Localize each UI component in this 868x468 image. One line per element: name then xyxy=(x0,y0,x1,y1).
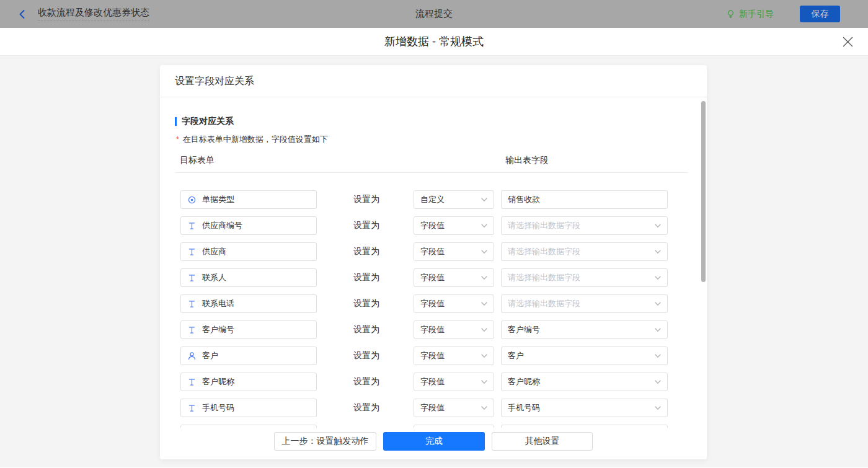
chevron-down-icon xyxy=(481,276,487,280)
chevron-down-icon xyxy=(481,224,487,228)
target-field-box[interactable]: 手机号码 xyxy=(180,399,317,417)
output-value-input[interactable]: 销售收款 xyxy=(501,190,668,209)
output-field-select[interactable]: 客户 xyxy=(501,347,668,365)
target-field-label: 供应商 xyxy=(202,246,226,257)
value-mode-label: 字段值 xyxy=(420,298,477,309)
close-button[interactable] xyxy=(843,37,853,47)
field-mapping-row: 客户编号设置为字段值客户编号 xyxy=(180,320,707,339)
chevron-down-icon xyxy=(481,198,487,202)
flow-title[interactable]: 收款流程及修改优惠券状态 xyxy=(38,7,149,21)
target-field-box[interactable]: 客户 xyxy=(180,347,317,365)
value-mode-select[interactable]: 字段值 xyxy=(414,216,494,235)
panel-header: 设置字段对应关系 xyxy=(160,65,707,97)
output-field-select[interactable]: 请选择输出数据字段 xyxy=(501,242,668,261)
panel-footer: 上一步：设置触发动作 完成 其他设置 xyxy=(160,428,707,459)
value-mode-label: 字段值 xyxy=(420,220,477,231)
value-mode-select[interactable]: 字段值 xyxy=(414,320,494,339)
value-mode-label: 字段值 xyxy=(420,402,477,413)
output-field-label: 请选择输出数据字段 xyxy=(508,220,651,231)
topbar: 收款流程及修改优惠券状态 流程提交 新手引导 保存 xyxy=(0,0,868,28)
value-mode-label: 字段值 xyxy=(420,246,477,257)
chevron-down-icon xyxy=(655,302,661,306)
text-icon xyxy=(187,377,197,387)
set-as-label: 设置为 xyxy=(353,402,379,413)
value-mode-label: 字段值 xyxy=(420,324,477,335)
guide-button[interactable]: 新手引导 xyxy=(726,9,774,20)
field-mapping-row: 联系人设置为字段值请选择输出数据字段 xyxy=(180,268,707,287)
set-as-label: 设置为 xyxy=(353,298,379,309)
panel-content: 字段对应关系 * 在目标表单中新增数据，字段值设置如下 目标表单 输出表字段 单… xyxy=(160,97,707,428)
set-as-label: 设置为 xyxy=(353,272,379,283)
set-as-label: 设置为 xyxy=(353,220,379,231)
section-title: 字段对应关系 xyxy=(182,116,234,127)
output-field-label: 请选择输出数据字段 xyxy=(508,246,651,257)
section-accent-bar xyxy=(175,117,177,126)
target-field-box[interactable]: 单据类型 xyxy=(180,190,317,209)
field-mapping-row: 供应商编号设置为字段值请选择输出数据字段 xyxy=(180,216,707,235)
target-field-box[interactable]: 联系人 xyxy=(180,268,317,287)
field-mapping-row: 手机号码设置为字段值手机号码 xyxy=(180,399,707,417)
target-field-box[interactable]: 供应商编号 xyxy=(180,216,317,235)
value-mode-select[interactable]: 自定义 xyxy=(414,190,494,209)
chevron-down-icon xyxy=(655,406,661,410)
field-mapping-rows: 单据类型设置为自定义销售收款供应商编号设置为字段值请选择输出数据字段供应商设置为… xyxy=(160,190,707,428)
target-field-box[interactable]: 客户编号 xyxy=(180,320,317,339)
output-field-select[interactable]: 客户昵称 xyxy=(501,373,668,391)
chevron-down-icon xyxy=(655,224,661,228)
field-mapping-row: 联系电话设置为字段值请选择输出数据字段 xyxy=(180,294,707,313)
modal-body: 设置字段对应关系 字段对应关系 * 在目标表单中新增数据，字段值设置如下 目标表… xyxy=(0,56,868,467)
text-icon xyxy=(187,299,197,309)
output-field-select[interactable]: 请选择输出数据字段 xyxy=(501,216,668,235)
back-button[interactable] xyxy=(17,9,27,19)
target-field-label: 联系电话 xyxy=(202,298,234,309)
set-as-label: 设置为 xyxy=(353,194,379,205)
chevron-down-icon xyxy=(481,250,487,254)
target-field-label: 单据类型 xyxy=(202,194,234,205)
value-mode-select[interactable]: 字段值 xyxy=(414,242,494,261)
output-field-label: 请选择输出数据字段 xyxy=(508,298,651,309)
value-mode-label: 字段值 xyxy=(420,350,477,361)
target-field-label: 客户昵称 xyxy=(202,376,234,387)
done-button[interactable]: 完成 xyxy=(383,432,485,451)
column-header-target: 目标表单 xyxy=(180,155,505,166)
output-field-select[interactable]: 请选择输出数据字段 xyxy=(501,268,668,287)
output-field-label: 客户 xyxy=(508,350,651,361)
target-field-box[interactable]: 供应商 xyxy=(180,242,317,261)
page-title: 流程提交 xyxy=(415,8,453,20)
column-header-output: 输出表字段 xyxy=(505,155,549,166)
set-as-label: 设置为 xyxy=(353,376,379,387)
set-as-label: 设置为 xyxy=(353,350,379,361)
chevron-down-icon xyxy=(481,302,487,306)
prev-step-button[interactable]: 上一步：设置触发动作 xyxy=(274,432,376,451)
target-field-label: 客户编号 xyxy=(202,324,234,335)
radio-icon xyxy=(187,195,197,205)
value-mode-select[interactable]: 字段值 xyxy=(414,373,494,391)
other-settings-button[interactable]: 其他设置 xyxy=(492,432,593,451)
value-mode-select[interactable]: 字段值 xyxy=(414,399,494,417)
guide-label: 新手引导 xyxy=(739,9,774,20)
save-button[interactable]: 保存 xyxy=(800,6,840,22)
target-field-box[interactable]: 联系电话 xyxy=(180,294,317,313)
output-field-select[interactable]: 手机号码 xyxy=(501,399,668,417)
text-icon xyxy=(187,273,197,283)
target-field-label: 客户 xyxy=(202,350,218,361)
target-field-label: 联系人 xyxy=(202,272,226,283)
output-field-select[interactable]: 客户编号 xyxy=(501,320,668,339)
text-icon xyxy=(187,404,197,413)
value-mode-select[interactable]: 字段值 xyxy=(414,268,494,287)
close-icon xyxy=(843,37,853,47)
output-field-label: 客户昵称 xyxy=(508,376,651,387)
chevron-down-icon xyxy=(655,354,661,358)
chevron-down-icon xyxy=(655,328,661,332)
lightbulb-icon xyxy=(726,9,735,19)
output-field-select[interactable]: 请选择输出数据字段 xyxy=(501,294,668,313)
modal-header: 新增数据 - 常规模式 xyxy=(0,28,868,56)
value-mode-select[interactable]: 字段值 xyxy=(414,347,494,365)
text-icon xyxy=(187,221,197,231)
scrollbar-thumb[interactable] xyxy=(701,101,706,282)
user-icon xyxy=(187,351,197,361)
value-mode-select[interactable]: 字段值 xyxy=(414,294,494,313)
chevron-down-icon xyxy=(655,380,661,384)
section-note: 在目标表单中新增数据，字段值设置如下 xyxy=(183,134,328,145)
target-field-box[interactable]: 客户昵称 xyxy=(180,373,317,391)
